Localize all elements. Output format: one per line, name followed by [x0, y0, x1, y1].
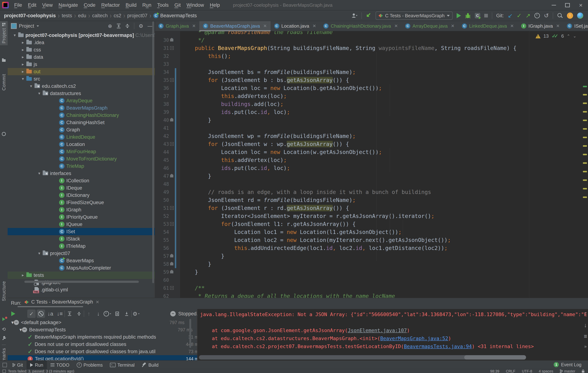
tool-window-project[interactable]: Project: [0, 21, 8, 45]
stripe-mark[interactable]: [583, 171, 587, 172]
editor-code-line[interactable]: this.addVertex(loc);: [182, 92, 287, 100]
tree-row[interactable]: ▸js: [8, 61, 155, 68]
scroll-down-icon[interactable]: ↓: [584, 322, 587, 329]
test-row[interactable]: ✓Does not use or import disallowed class…: [8, 341, 217, 348]
run-configuration-select[interactable]: C Tests - BeaverMapsGraph: [376, 11, 453, 20]
user-icon[interactable]: [351, 12, 357, 19]
tree-row[interactable]: ▾interfaces: [8, 170, 155, 177]
stripe-mark[interactable]: [583, 86, 587, 87]
stripe-mark[interactable]: [583, 137, 587, 138]
close-tab-icon[interactable]: ✕: [394, 23, 398, 29]
show-ignored-toggle[interactable]: [37, 309, 45, 318]
git-branch-widget[interactable]: master: [560, 369, 575, 373]
chevron-down-icon[interactable]: ▾: [20, 327, 22, 333]
update-available-icon[interactable]: ↑: [567, 12, 573, 19]
scroll-up-icon[interactable]: ↑: [584, 310, 587, 317]
stop-button[interactable]: [484, 14, 488, 17]
editor-code-line[interactable]: JsonElement bs = fromFile(buildingsFileN…: [182, 68, 356, 76]
stripe-mark[interactable]: [583, 120, 587, 121]
console-stack-frame[interactable]: at com.google.gson.JsonElement.getAsJson…: [200, 326, 410, 334]
tree-row[interactable]: CBeaverMapsGraph: [8, 104, 155, 112]
tool-window-button-git[interactable]: Git: [9, 361, 27, 369]
locate-file-icon[interactable]: ⊕: [108, 23, 112, 29]
fold-end-icon[interactable]: [170, 38, 173, 42]
close-icon[interactable]: ✕: [95, 299, 99, 305]
menu-code[interactable]: Code: [81, 2, 98, 8]
collapse-all-icon[interactable]: [75, 309, 83, 318]
build-project-icon[interactable]: [366, 13, 372, 19]
close-tab-icon[interactable]: ✕: [510, 23, 514, 29]
tool-window-button-run[interactable]: Run: [27, 361, 47, 369]
editor-code-line[interactable]: public BeaverMapsGraph(String buildingsF…: [182, 44, 516, 52]
tree-row[interactable]: CISet: [8, 228, 155, 235]
tree-row[interactable]: CLocation: [8, 141, 155, 148]
tree-row[interactable]: IIPriorityQueue: [8, 213, 155, 221]
run-button[interactable]: [457, 13, 461, 18]
minimize-button[interactable]: [552, 5, 556, 5]
code-editor[interactable]: 3031323334353637383940414243444546474849…: [155, 31, 588, 298]
fold-collapse-icon[interactable]: [170, 206, 174, 210]
project-tree-vertical-scrollbar[interactable]: [152, 21, 154, 283]
editor-code-line[interactable]: */: [182, 36, 205, 44]
stripe-mark[interactable]: [583, 196, 587, 198]
gear-icon[interactable]: ⚙: [132, 309, 141, 318]
wrench-icon[interactable]: [0, 334, 8, 342]
tool-window-commit[interactable]: Commit: [0, 72, 8, 92]
menu-file[interactable]: File: [11, 2, 25, 8]
tree-row[interactable]: CLinkedDeque: [8, 133, 155, 141]
editor-code-line[interactable]: for (JsonElement b : bs.getAsJsonArray()…: [182, 76, 349, 84]
tree-row[interactable]: ▾project07-coelophysis [project07-beaver…: [8, 32, 155, 39]
git-commit-button[interactable]: ✓: [517, 13, 522, 19]
export-test-results-icon[interactable]: [123, 309, 131, 318]
tree-row[interactable]: CTrieMap: [8, 162, 155, 170]
breadcrumb-class[interactable]: CBeavermapTests: [153, 13, 197, 19]
next-issue-icon[interactable]: ⌄: [573, 34, 576, 39]
editor-code-line[interactable]: JsonElement wp = fromFile(buildingsFileN…: [182, 132, 356, 140]
menu-window[interactable]: Window: [184, 2, 207, 8]
caret-position[interactable]: 98:39: [490, 369, 499, 373]
file-encoding[interactable]: UTF-8: [522, 369, 532, 373]
editor-code-line[interactable]: ids.put(loc.id, loc);: [182, 108, 290, 116]
menu-git[interactable]: Git: [171, 2, 184, 8]
tree-row[interactable]: IIStack: [8, 235, 155, 243]
console-horizontal-scrollbar[interactable]: [199, 355, 526, 360]
expand-all-icon[interactable]: [65, 309, 74, 318]
chevron-right-icon[interactable]: ▸: [20, 40, 26, 45]
console-stack-frame[interactable]: at edu.caltech.cs2.datastructures.Beaver…: [200, 334, 451, 342]
stripe-mark[interactable]: [583, 162, 587, 164]
tree-row[interactable]: IIQueue: [8, 221, 155, 228]
editor-code-line[interactable]: Location loc = new Location(w.getAsJsonO…: [182, 148, 382, 156]
fold-end-icon[interactable]: [170, 262, 173, 265]
gear-icon[interactable]: ⚙: [139, 23, 143, 29]
editor-tab[interactable]: CGraph.java✕: [155, 21, 199, 31]
show-passed-toggle[interactable]: ✓: [27, 309, 36, 318]
tree-row[interactable]: CArrayDeque: [8, 97, 155, 104]
chevron-right-icon[interactable]: ▸: [20, 273, 26, 277]
editor-tab[interactable]: IIGraph.java✕: [517, 21, 564, 31]
editor-code-line[interactable]: }: [182, 116, 211, 124]
stripe-mark[interactable]: [583, 179, 587, 181]
sort-by-duration-icon[interactable]: ↓≡: [56, 309, 64, 318]
import-test-results-icon[interactable]: [113, 309, 121, 318]
menu-edit[interactable]: Edit: [25, 2, 39, 8]
menu-run[interactable]: Run: [139, 2, 154, 8]
run-tab[interactable]: C Tests - BeaverMapsGraph ✕: [24, 299, 99, 305]
tool-window-button-build[interactable]: Build: [138, 361, 162, 369]
tool-window-button-problems[interactable]: !Problems: [73, 361, 106, 369]
expand-all-icon[interactable]: [116, 24, 121, 28]
tree-row[interactable]: CChainingHashSet: [8, 119, 155, 126]
editor-tab[interactable]: CBeaverMapsGraph.java✕: [199, 21, 270, 31]
close-tab-icon[interactable]: ✕: [192, 23, 196, 29]
editor-code-line[interactable]: }: [182, 252, 224, 260]
tree-row[interactable]: IITrieMap: [8, 243, 155, 250]
line-separator[interactable]: CRLF: [506, 369, 515, 373]
tree-row[interactable]: ▸data: [8, 53, 155, 61]
tree-row[interactable]: CChainingHashDictionary: [8, 112, 155, 119]
test-history-icon[interactable]: [104, 309, 112, 318]
editor-code-line[interactable]: Location loc2 = new Location(myIterator.…: [182, 236, 451, 244]
tree-row[interactable]: ▾src: [8, 75, 155, 83]
test-console[interactable]: java.lang.IllegalStateException: Not a J…: [197, 309, 588, 361]
tree-row[interactable]: CMoveToFrontDictionary: [8, 155, 155, 162]
tree-row[interactable]: IIDeque: [8, 184, 155, 192]
tool-window-folder[interactable]: [0, 57, 8, 64]
